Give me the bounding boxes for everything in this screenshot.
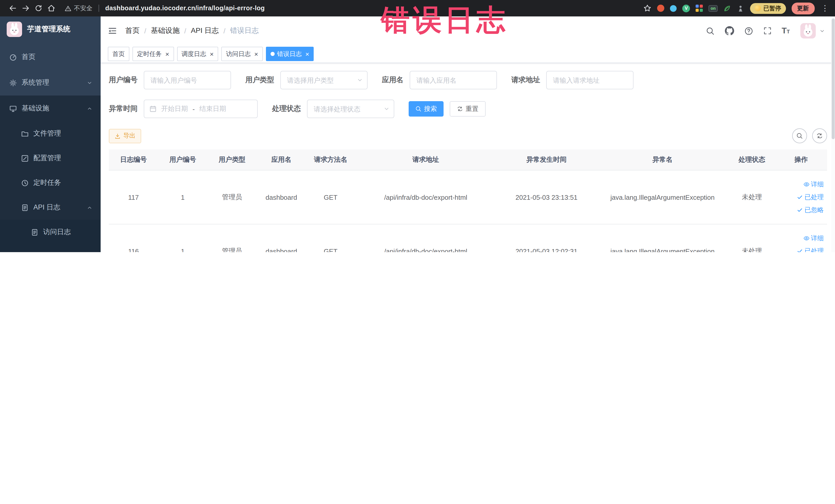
sidebar-item-file[interactable]: 文件管理: [0, 121, 101, 146]
forward-button[interactable]: [19, 2, 32, 15]
tab-label: 调度日志: [182, 49, 206, 58]
app-logo[interactable]: 芋道管理系统: [0, 16, 101, 42]
address-bar[interactable]: 不安全 dashboard.yudao.iocoder.cn/infra/log…: [65, 4, 265, 13]
user-type-select-input[interactable]: [280, 71, 368, 89]
sidebar-item-label: 定时任务: [33, 178, 61, 187]
breadcrumb-separator: /: [224, 27, 226, 35]
breadcrumb-item[interactable]: 首页: [125, 26, 140, 36]
process-status-select[interactable]: [307, 100, 394, 118]
close-icon[interactable]: ×: [305, 51, 309, 57]
tab-定时任务[interactable]: 定时任务×: [133, 47, 174, 61]
url-text: dashboard.yudao.iocoder.cn/infra/log/api…: [105, 5, 265, 12]
sidebar-item-access-log[interactable]: 访问日志: [0, 220, 101, 244]
table-header-row: 日志编号用户编号用户类型应用名请求方法名请求地址异常发生时间异常名处理状态操作: [109, 149, 827, 170]
chevron-up-icon: [87, 105, 93, 111]
home-button[interactable]: [45, 2, 58, 15]
sidebar-item-job[interactable]: 定时任务: [0, 170, 101, 195]
request-url-input[interactable]: [546, 71, 633, 89]
table-row: 1161管理员dashboardGET/api/infra/db-doc/exp…: [109, 224, 827, 252]
check-icon: [797, 248, 803, 252]
column-header-status: 处理状态: [728, 149, 775, 170]
user-type-select[interactable]: [280, 71, 368, 89]
breadcrumb-item[interactable]: API 日志: [191, 26, 219, 36]
monitor-icon: [9, 104, 17, 112]
action-已处理[interactable]: 已处理: [778, 191, 824, 204]
cell-userType: 管理员: [207, 170, 257, 224]
back-button[interactable]: [6, 2, 19, 15]
check-icon: [797, 207, 803, 213]
page-scrollbar[interactable]: [831, 16, 835, 252]
sidebar-toggle-icon[interactable]: [108, 26, 117, 36]
search-icon: [415, 106, 422, 112]
sidebar-item-system[interactable]: 系统管理: [0, 70, 101, 96]
action-label: 已忽略: [805, 206, 824, 215]
bookmark-star-icon[interactable]: [643, 4, 651, 12]
help-icon[interactable]: [744, 26, 753, 35]
process-status-select-input[interactable]: [307, 100, 394, 118]
close-icon[interactable]: ×: [210, 51, 213, 57]
extension-icon-leaf[interactable]: [724, 4, 731, 12]
reset-button[interactable]: 重置: [450, 101, 486, 117]
cell-userId: 1: [158, 224, 207, 252]
sidebar-item-label: 配置管理: [33, 154, 61, 163]
tab-错误日志[interactable]: 错误日志×: [266, 47, 314, 61]
action-详细[interactable]: 详细: [778, 232, 824, 245]
github-icon[interactable]: [725, 26, 734, 36]
action-label: 已处理: [805, 193, 824, 202]
extension-icon-red[interactable]: [657, 5, 664, 12]
exception-time-range-picker[interactable]: 开始日期 - 结束日期: [144, 100, 258, 118]
filter-label-process-status: 处理状态: [272, 104, 301, 114]
extension-icon-switch[interactable]: on: [709, 5, 718, 12]
cell-id: 117: [109, 170, 158, 224]
tab-首页[interactable]: 首页: [108, 47, 129, 61]
update-button[interactable]: 更新: [791, 2, 814, 14]
close-icon[interactable]: ×: [165, 51, 169, 57]
cell-time: 2021-05-03 12:02:31: [496, 224, 597, 252]
table-row: 1171管理员dashboardGET/api/infra/db-doc/exp…: [109, 170, 827, 224]
page-header: 首页/基础设施/API 日志/错误日志 TT: [101, 16, 835, 45]
action-详细[interactable]: 详细: [778, 178, 824, 191]
extension-icon-chess[interactable]: [737, 4, 745, 12]
download-icon: [115, 133, 121, 139]
security-label: 不安全: [74, 4, 93, 13]
refresh-table-button[interactable]: [812, 128, 827, 143]
close-icon[interactable]: ×: [254, 51, 258, 57]
search-icon[interactable]: [706, 26, 714, 35]
font-size-icon[interactable]: TT: [781, 27, 790, 35]
sidebar-item-label: 文件管理: [33, 129, 61, 138]
cell-method: GET: [306, 170, 355, 224]
action-已处理[interactable]: 已处理: [778, 245, 824, 252]
action-已忽略[interactable]: 已忽略: [778, 204, 824, 217]
sidebar-item-config[interactable]: 配置管理: [0, 146, 101, 170]
sidebar-item-error-log[interactable]: 错误日志: [0, 244, 101, 252]
extension-icon-grid[interactable]: [696, 5, 703, 12]
breadcrumb-item[interactable]: 基础设施: [151, 26, 180, 36]
sidebar-item-api-log[interactable]: API 日志: [0, 195, 101, 220]
cell-actions: 详细已处理已忽略: [775, 224, 827, 252]
extension-icon-blue[interactable]: [670, 5, 677, 12]
cell-status: 未处理: [728, 170, 775, 224]
user-id-input[interactable]: [144, 71, 231, 89]
fullscreen-icon[interactable]: [763, 27, 771, 35]
vue-devtools-icon[interactable]: V: [682, 4, 690, 12]
browser-menu-icon[interactable]: ⋮: [821, 4, 829, 13]
search-button[interactable]: 搜索: [409, 101, 444, 117]
tab-调度日志[interactable]: 调度日志×: [177, 47, 218, 61]
toggle-search-button[interactable]: [792, 128, 807, 143]
app-name-input[interactable]: [410, 71, 497, 89]
end-date-placeholder: 结束日期: [200, 104, 226, 114]
sidebar-item-label: API 日志: [33, 203, 60, 212]
export-button[interactable]: 导出: [109, 129, 141, 143]
sidebar-item-home[interactable]: 首页: [0, 44, 101, 70]
reload-button[interactable]: [32, 2, 45, 15]
sidebar-item-infra[interactable]: 基础设施: [0, 96, 101, 121]
security-chip[interactable]: 不安全: [65, 4, 93, 13]
logo-image: [7, 22, 22, 37]
scrollbar-thumb[interactable]: [831, 19, 834, 139]
paused-badge[interactable]: 已暂停: [750, 3, 786, 14]
tab-访问日志[interactable]: 访问日志×: [221, 47, 263, 61]
user-menu[interactable]: [800, 23, 825, 39]
filter-row-2: 异常时间 开始日期 - 结束日期 处理状态 搜索: [109, 100, 827, 118]
action-label: 详细: [811, 180, 824, 189]
sidebar-item-label: 基础设施: [22, 104, 49, 113]
